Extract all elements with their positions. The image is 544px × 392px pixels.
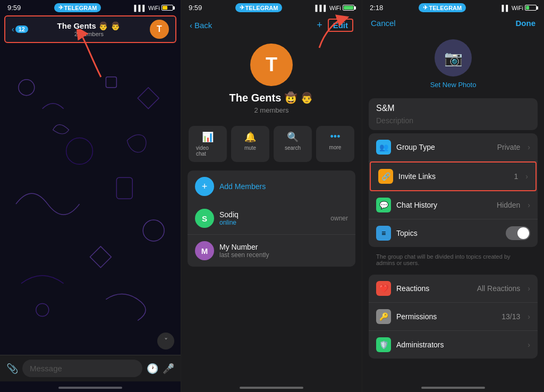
member-avatar-mynumber: M [195,241,214,260]
battery-icon [525,5,537,11]
edit-header: Cancel Done [362,13,544,31]
administrators-row[interactable]: 🛡️ Administrators › [369,331,538,359]
more-button[interactable]: ••• more [316,126,354,162]
video-chat-button[interactable]: 📊 video chat [189,126,227,162]
back-badge: 12 [15,25,28,33]
chevron-icon: › [525,172,528,181]
status-bar: 9:59 ✈ TELEGRAM ▌▌▌ WiFi [181,0,362,13]
name-section: S&M Description [369,98,538,130]
settings-section-1: 👥 Group Type Private › 🔗 Invite Links 1 … [369,133,538,247]
topics-toggle[interactable] [506,226,530,240]
chat-history-icon: 💬 [376,198,391,212]
home-indicator [58,387,122,389]
time: 2:18 [370,4,383,12]
toggle-knob [517,227,529,239]
video-chat-icon: 📊 [202,131,214,143]
svg-point-6 [36,304,49,317]
done-button[interactable]: Done [516,19,536,28]
chat-input-bar: 📎 Message 🕐 🎤 [0,355,181,381]
member-info-mynumber: My Number last seen recently [219,243,348,259]
set-photo-label: Set New Photo [430,81,477,89]
message-input[interactable]: Message [22,360,142,377]
more-icon: ••• [330,131,341,142]
avatar[interactable]: T [150,20,169,39]
invite-links-icon: 🔗 [378,169,393,184]
clock-icon[interactable]: 🕐 [147,363,158,374]
set-photo-button[interactable]: 📷 [435,39,472,76]
telegram-badge: ✈ TELEGRAM [235,3,283,12]
add-member-icon: + [195,177,214,196]
photo-section: 📷 Set New Photo [362,31,544,95]
administrators-icon: 🛡️ [376,337,391,352]
status-bar: 2:18 ✈ TELEGRAM ▌▌ WiFi [362,0,544,13]
group-info-header: ‹ Back + Edit [181,13,362,35]
group-type-icon: 👥 [376,140,391,155]
chat-history-row[interactable]: 💬 Chat History Hidden › [369,191,538,219]
search-icon: 🔍 [287,131,299,143]
svg-point-3 [66,138,93,164]
permissions-icon: 🔑 [376,309,391,324]
back-button[interactable]: ‹ Back [190,21,212,30]
member-info-sodiq: Sodiq online [219,210,325,226]
doodle-background [0,45,181,342]
attachment-icon[interactable]: 📎 [6,363,18,374]
group-name: The Gents 🤠 👨 [230,91,314,104]
invite-links-row[interactable]: 🔗 Invite Links 1 › [370,161,537,191]
chevron-icon: › [528,284,530,293]
mute-icon: 🔔 [244,131,256,143]
group-info-panel: 9:59 ✈ TELEGRAM ▌▌▌ WiFi ‹ Back + Edit T [181,0,362,392]
member-avatar-sodiq: S [195,209,214,228]
permissions-row[interactable]: 🔑 Permissions 13/13 › [369,303,538,331]
svg-point-5 [143,220,164,241]
battery-icon [343,5,354,11]
member-item[interactable]: M My Number last seen recently [188,235,355,267]
settings-section-2: ❤️ Reactions All Reactions › 🔑 Permissio… [369,275,538,359]
chevron-icon: › [528,143,530,151]
status-bar: 9:59 ✈ TELEGRAM ▌▌▌ WiFi [0,0,181,13]
edit-group-panel: 2:18 ✈ TELEGRAM ▌▌ WiFi Cancel Done 📷 Se… [362,0,544,392]
chevron-icon: › [528,312,530,321]
group-members-count: 2 members [254,106,288,114]
chat-title-area: The Gents 👨 👨 2 members [28,21,150,37]
group-avatar[interactable]: T [250,44,293,86]
chat-title: The Gents 👨 👨 [28,21,150,31]
microphone-icon[interactable]: 🎤 [163,363,174,374]
time: 9:59 [189,4,202,12]
chat-background [0,45,181,343]
back-button[interactable]: ‹ 12 [12,25,28,33]
scroll-down-button[interactable]: ˅ [157,333,174,350]
group-name-input[interactable]: S&M [376,104,530,113]
reactions-icon: ❤️ [376,281,391,296]
chat-header: ‹ 12 The Gents 👨 👨 2 members T [4,15,176,43]
chevron-icon: › [528,340,530,349]
telegram-badge: ✈ TELEGRAM [54,3,101,12]
signal-icons: ▌▌▌ WiFi [134,5,173,11]
add-members-button[interactable]: + Add Members [188,171,355,202]
action-buttons: 📊 video chat 🔔 mute 🔍 search ••• more [181,121,362,167]
mute-button[interactable]: 🔔 mute [231,126,269,162]
add-icon[interactable]: + [317,20,322,31]
chat-subtitle: 2 members [28,31,150,37]
group-profile: T The Gents 🤠 👨 2 members [181,35,362,121]
topics-hint: The group chat will be divided into topi… [369,250,538,271]
telegram-badge: ✈ TELEGRAM [419,3,466,12]
svg-point-1 [19,80,35,96]
member-item[interactable]: S Sodiq online owner [188,202,355,235]
chevron-icon: › [528,201,530,209]
cancel-button[interactable]: Cancel [371,19,396,28]
topics-row[interactable]: ≡ Topics [369,219,538,247]
search-button[interactable]: 🔍 search [274,126,312,162]
signal-icons: ▌▌ WiFi [502,5,537,11]
description-input[interactable]: Description [376,116,530,125]
group-type-row[interactable]: 👥 Group Type Private › [369,133,538,161]
topics-icon: ≡ [376,226,391,241]
svg-rect-4 [116,177,132,199]
reactions-row[interactable]: ❤️ Reactions All Reactions › [369,275,538,303]
edit-button[interactable]: Edit [328,19,353,32]
time: 9:59 [7,4,21,12]
chat-panel: 9:59 ✈ TELEGRAM ▌▌▌ WiFi ‹ 12 The Gents … [0,0,181,392]
home-indicator [240,387,303,389]
signal-icons: ▌▌▌ WiFi [316,5,354,11]
battery-icon [162,5,173,11]
home-indicator [421,387,485,389]
